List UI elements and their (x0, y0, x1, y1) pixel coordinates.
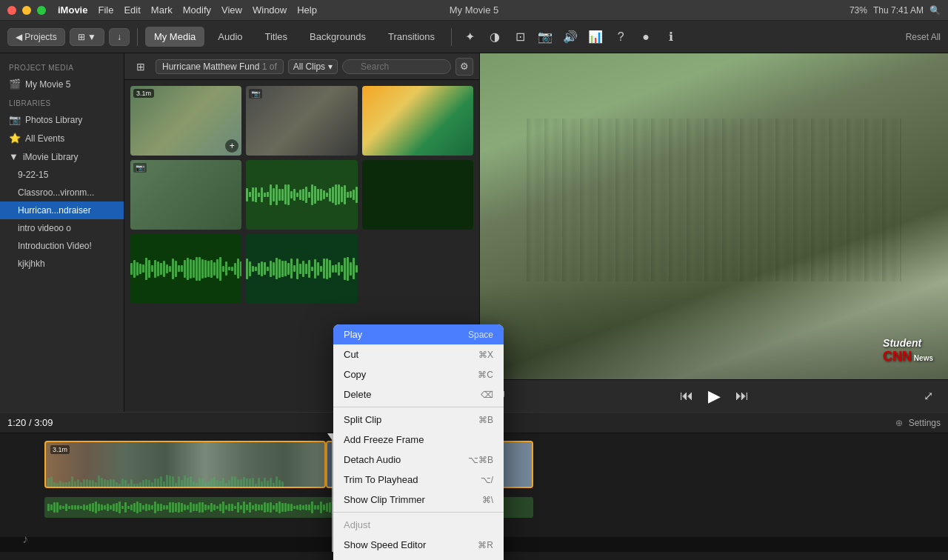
cnn-watermark: Student CNN News (883, 337, 933, 364)
tab-transitions[interactable]: Transitions (379, 27, 444, 47)
context-menu: Play Space Cut ⌘X Copy ⌘C Delete ⌫ Split… (333, 324, 504, 560)
play-button[interactable]: ▶ (708, 387, 721, 406)
clip-filter-dropdown[interactable]: All Clips ▾ (288, 59, 338, 74)
context-menu-show-clip-trimmer[interactable]: Show Clip Trimmer ⌘\ (333, 490, 504, 510)
camera-icon[interactable]: 📷 (535, 27, 555, 47)
maximize-button[interactable] (37, 6, 46, 15)
sidebar-item-mymovie[interactable]: 🎬 My Movie 5 (0, 75, 124, 93)
context-menu-play[interactable]: Play Space (333, 324, 504, 344)
main-toolbar: ◀ Projects ⊞ ▼ ↓ My Media Audio Titles B… (0, 21, 948, 53)
fullscreen-button[interactable]: ⤢ (924, 389, 933, 403)
camera-badge-4: 📷 (133, 163, 147, 173)
skip-back-button[interactable]: ⏮ (680, 388, 693, 404)
context-menu-detach-audio[interactable]: Detach Audio ⌥⌘B (333, 450, 504, 470)
media-thumb-3[interactable] (362, 86, 473, 156)
tab-audio[interactable]: Audio (209, 27, 251, 47)
sidebar-item-intro[interactable]: intro videoo o (0, 219, 124, 237)
film-icon: 🎬 (9, 79, 21, 90)
thumb-duration-1: 3.1m (133, 89, 154, 98)
media-thumb-5[interactable] (246, 160, 357, 230)
context-menu-split-clip[interactable]: Split Clip ⌘B (333, 410, 504, 430)
sidebar-item-kjkjhkh[interactable]: kjkjhkh (0, 255, 124, 273)
crop-icon[interactable]: ⊡ (510, 27, 530, 47)
import-button[interactable]: ↓ (109, 28, 130, 46)
magic-wand-icon[interactable]: ✦ (459, 27, 480, 47)
chart-icon[interactable]: 📊 (585, 27, 606, 47)
context-menu-add-cross-dissolve[interactable]: Add Cross Dissolve ⌘T (333, 555, 504, 560)
clock: Thu 7:41 AM (873, 5, 924, 16)
context-menu-cut[interactable]: Cut ⌘X (333, 344, 504, 364)
sidebar-item-classroom[interactable]: Classroo...vironm... (0, 184, 124, 201)
media-thumb-7[interactable] (130, 234, 241, 304)
close-button[interactable] (7, 6, 16, 15)
sidebar-item-imovie-library[interactable]: ▼ iMovie Library (0, 147, 124, 166)
system-status: 73% Thu 7:41 AM 🔍 (849, 5, 941, 16)
photos-icon: 📷 (9, 114, 21, 125)
context-menu-delete[interactable]: Delete ⌫ (333, 384, 504, 404)
projects-button[interactable]: ◀ Projects (7, 28, 65, 46)
info-icon[interactable]: ℹ (661, 27, 681, 47)
triangle-icon: ▼ (9, 151, 19, 162)
sidebar-section-libraries: LIBRARIES (0, 93, 124, 110)
context-menu-trim-to-playhead[interactable]: Trim To Playhead ⌥/ (333, 470, 504, 490)
menu-modify[interactable]: Modify (183, 4, 211, 16)
color-filter-icon[interactable]: ● (635, 27, 656, 47)
sidebar: PROJECT MEDIA 🎬 My Movie 5 LIBRARIES 📷 P… (0, 53, 124, 412)
context-menu-separator-1 (333, 407, 504, 407)
clip-duration-label: 3.1m (50, 445, 70, 454)
menu-window[interactable]: Window (253, 4, 287, 16)
waveform-5 (246, 180, 357, 210)
sidebar-item-introduction[interactable]: Introduction Video! (0, 237, 124, 255)
media-thumb-8[interactable] (246, 234, 357, 304)
camera-badge-2: 📷 (249, 89, 262, 99)
clip-segment-1[interactable]: 3.1m (44, 441, 326, 488)
search-input[interactable] (342, 59, 451, 74)
toggle-sidebar-icon[interactable]: ⊞ (130, 56, 151, 77)
media-thumb-2[interactable]: 📷 (246, 86, 357, 156)
timeline-time: 1:20 / 3:09 (7, 417, 53, 428)
preview-video: Student CNN News (480, 53, 948, 379)
menu-edit[interactable]: Edit (124, 4, 140, 16)
sidebar-item-photos[interactable]: 📷 Photos Library (0, 110, 124, 129)
tab-titles[interactable]: Titles (256, 27, 297, 47)
sidebar-section-project: PROJECT MEDIA (0, 58, 124, 75)
preview-controls: 🎙 ⏮ ▶ ⏭ ⤢ (480, 379, 948, 412)
audio-icon[interactable]: 🔊 (560, 27, 581, 47)
minimize-button[interactable] (22, 6, 31, 15)
reset-all-button[interactable]: Reset All (906, 32, 941, 42)
sidebar-item-all-events[interactable]: ⭐ All Events (0, 129, 124, 147)
noise-reduction-icon[interactable]: ? (610, 27, 631, 47)
tab-my-media[interactable]: My Media (145, 27, 204, 47)
toolbar-divider-1 (137, 28, 138, 46)
search-wrapper: 🔍 (342, 59, 451, 74)
menu-bar: iMovie File Edit Mark Modify View Window… (58, 4, 317, 16)
tab-backgrounds[interactable]: Backgrounds (301, 27, 375, 47)
media-thumb-4[interactable]: 📷 (130, 160, 241, 230)
grid-view-button[interactable]: ⊞ ▼ (70, 28, 104, 46)
sidebar-item-9-22-15[interactable]: 9-22-15 (0, 166, 124, 184)
color-balance-icon[interactable]: ◑ (484, 27, 505, 47)
sidebar-item-hurricane[interactable]: Hurrican...ndraiser (0, 201, 124, 219)
settings-icon[interactable]: ⚙ (455, 58, 473, 76)
menu-file[interactable]: File (98, 4, 113, 16)
context-menu-adjust: Adjust (333, 515, 504, 535)
menu-view[interactable]: View (221, 4, 242, 16)
context-menu-add-freeze-frame[interactable]: Add Freeze Frame (333, 430, 504, 450)
media-toolbar: ⊞ Hurricane Matthew Fund 1 of All Clips … (124, 53, 479, 80)
toolbar-divider-2 (451, 28, 452, 46)
zoom-icon: ⊕ (895, 418, 903, 428)
menu-help[interactable]: Help (297, 4, 317, 16)
window-title: My Movie 5 (450, 4, 498, 16)
settings-label: Settings (909, 418, 941, 428)
media-thumb-6[interactable] (362, 160, 473, 230)
search-icon[interactable]: 🔍 (929, 5, 941, 16)
media-thumb-1[interactable]: 3.1m + (130, 86, 241, 156)
context-menu-copy[interactable]: Copy ⌘C (333, 364, 504, 384)
preview-panel: Student CNN News 🎙 ⏮ ▶ ⏭ ⤢ (480, 53, 948, 412)
clip-waveform-1 (46, 472, 324, 487)
context-menu-show-speed-editor[interactable]: Show Speed Editor ⌘R (333, 535, 504, 555)
skip-forward-button[interactable]: ⏭ (735, 388, 749, 404)
menu-mark[interactable]: Mark (151, 4, 173, 16)
menu-imovie[interactable]: iMovie (58, 4, 87, 16)
battery-level: 73% (849, 5, 867, 16)
